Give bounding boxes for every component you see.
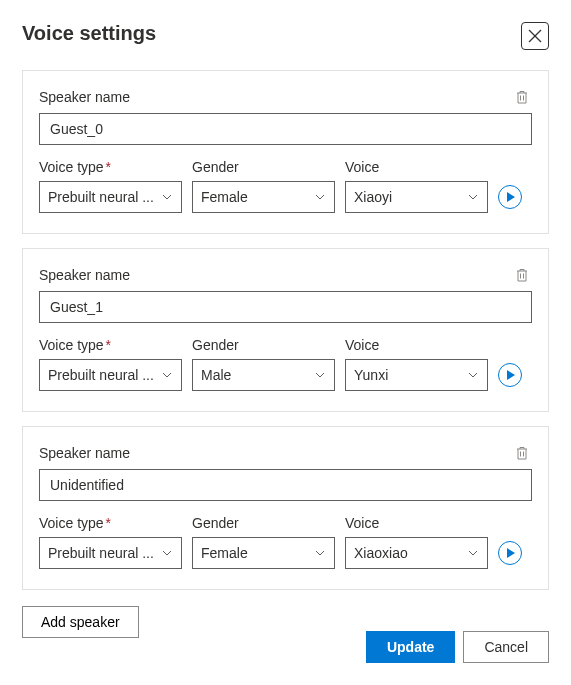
voice-dropdown[interactable]: Yunxi [345, 359, 488, 391]
cancel-button[interactable]: Cancel [463, 631, 549, 663]
delete-speaker-button[interactable] [512, 87, 532, 107]
speaker-name-input[interactable] [39, 113, 532, 145]
gender-dropdown[interactable]: Male [192, 359, 335, 391]
voice-label: Voice [345, 515, 488, 531]
chevron-down-icon [314, 547, 326, 559]
chevron-down-icon [467, 547, 479, 559]
update-button[interactable]: Update [366, 631, 455, 663]
dialog-title: Voice settings [22, 22, 156, 45]
required-indicator: * [106, 337, 111, 353]
gender-label: Gender [192, 515, 335, 531]
voice-type-label: Voice type* [39, 337, 182, 353]
delete-icon [514, 445, 530, 461]
play-icon [506, 370, 516, 380]
gender-label: Gender [192, 159, 335, 175]
play-preview-button[interactable] [498, 541, 522, 565]
chevron-down-icon [161, 191, 173, 203]
gender-label: Gender [192, 337, 335, 353]
play-icon [506, 192, 516, 202]
voice-label: Voice [345, 159, 488, 175]
chevron-down-icon [161, 369, 173, 381]
voice-type-label: Voice type* [39, 515, 182, 531]
speaker-name-label: Speaker name [39, 89, 130, 105]
chevron-down-icon [467, 191, 479, 203]
gender-dropdown[interactable]: Female [192, 181, 335, 213]
voice-type-dropdown[interactable]: Prebuilt neural ... [39, 359, 182, 391]
speaker-card: Speaker name Voice type* Prebuilt neural… [22, 248, 549, 412]
chevron-down-icon [161, 547, 173, 559]
voice-dropdown[interactable]: Xiaoxiao [345, 537, 488, 569]
speaker-card: Speaker name Voice type* Prebuilt neural… [22, 70, 549, 234]
voice-type-label: Voice type* [39, 159, 182, 175]
add-speaker-button[interactable]: Add speaker [22, 606, 139, 638]
play-icon [506, 548, 516, 558]
voice-type-dropdown[interactable]: Prebuilt neural ... [39, 537, 182, 569]
play-preview-button[interactable] [498, 363, 522, 387]
speaker-name-input[interactable] [39, 469, 532, 501]
chevron-down-icon [314, 191, 326, 203]
voice-label: Voice [345, 337, 488, 353]
close-button[interactable] [521, 22, 549, 50]
chevron-down-icon [467, 369, 479, 381]
delete-icon [514, 89, 530, 105]
chevron-down-icon [314, 369, 326, 381]
speaker-name-label: Speaker name [39, 267, 130, 283]
speaker-name-label: Speaker name [39, 445, 130, 461]
voice-type-dropdown[interactable]: Prebuilt neural ... [39, 181, 182, 213]
play-preview-button[interactable] [498, 185, 522, 209]
delete-speaker-button[interactable] [512, 265, 532, 285]
required-indicator: * [106, 515, 111, 531]
voice-dropdown[interactable]: Xiaoyi [345, 181, 488, 213]
delete-icon [514, 267, 530, 283]
speaker-card: Speaker name Voice type* Prebuilt neural… [22, 426, 549, 590]
close-icon [528, 29, 542, 43]
gender-dropdown[interactable]: Female [192, 537, 335, 569]
speaker-name-input[interactable] [39, 291, 532, 323]
delete-speaker-button[interactable] [512, 443, 532, 463]
required-indicator: * [106, 159, 111, 175]
